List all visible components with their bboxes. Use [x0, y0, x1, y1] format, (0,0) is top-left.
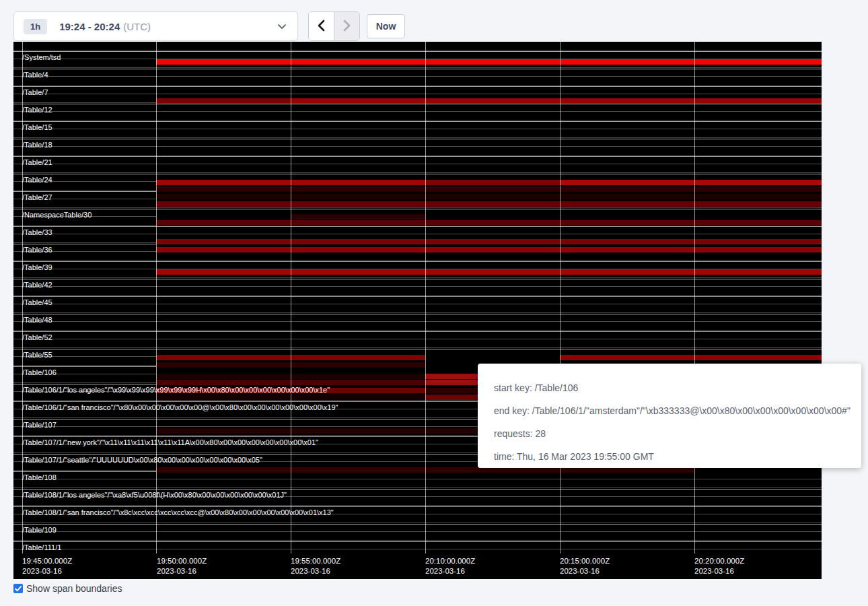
heat-band-segment[interactable] [291, 239, 425, 244]
heat-band-segment[interactable] [425, 59, 560, 65]
heatmap-row[interactable]: /Table/27 [13, 191, 822, 209]
heat-band-segment[interactable] [560, 194, 694, 199]
heat-band-segment[interactable] [694, 467, 822, 473]
heatmap-row[interactable]: /Table/48 [13, 314, 822, 331]
heat-band-segment[interactable] [560, 201, 694, 207]
heat-band-segment[interactable] [694, 355, 822, 360]
heat-band-segment[interactable] [425, 214, 560, 220]
heatmap-row[interactable]: /Table/24 [13, 174, 822, 191]
heat-band[interactable] [156, 247, 822, 252]
heat-band-segment[interactable] [291, 380, 425, 385]
heat-band-segment[interactable] [291, 355, 425, 360]
heat-band-segment[interactable] [156, 98, 291, 104]
heat-band-segment[interactable] [291, 220, 425, 226]
heat-band[interactable] [156, 355, 822, 360]
heat-band-segment[interactable] [560, 239, 694, 244]
heat-band-segment[interactable] [291, 362, 425, 368]
heat-band-segment[interactable] [560, 220, 694, 226]
heat-band-segment[interactable] [425, 180, 560, 185]
heat-band-segment[interactable] [291, 180, 425, 185]
heat-band-segment[interactable] [694, 98, 822, 104]
heat-band-segment[interactable] [291, 467, 425, 473]
heatmap-row[interactable]: /Table/108 [13, 471, 822, 489]
heat-band-segment[interactable] [694, 187, 822, 192]
heat-band-segment[interactable] [425, 201, 560, 207]
key-visualizer-canvas[interactable]: /System/tsd/Table/4/Table/7/Table/12/Tab… [13, 42, 822, 579]
heat-band-segment[interactable] [560, 59, 694, 65]
heat-band-segment[interactable] [425, 467, 560, 473]
heat-band-segment[interactable] [694, 247, 822, 252]
heat-band[interactable] [156, 59, 822, 65]
heat-band-segment[interactable] [694, 180, 822, 185]
heatmap-row[interactable]: /Table/4 [13, 69, 822, 86]
heat-band-segment[interactable] [694, 214, 822, 220]
heat-band-segment[interactable] [291, 247, 425, 252]
heat-band[interactable] [156, 239, 822, 244]
heat-band-segment[interactable] [291, 98, 425, 104]
heat-band[interactable] [156, 187, 822, 192]
heatmap-row[interactable]: /Table/36 [13, 244, 822, 261]
heat-band-segment[interactable] [425, 247, 560, 252]
heat-band-segment[interactable] [156, 214, 291, 220]
heat-band-segment[interactable] [291, 187, 425, 192]
heat-band-segment[interactable] [560, 187, 694, 192]
heat-band-segment[interactable] [694, 239, 822, 244]
heat-band-segment[interactable] [425, 269, 560, 275]
heatmap-row[interactable]: /Table/109 [13, 524, 822, 541]
heat-band-segment[interactable] [694, 220, 822, 226]
heat-band-segment[interactable] [156, 374, 291, 379]
heat-band-segment[interactable] [291, 194, 425, 199]
heat-band-segment[interactable] [156, 247, 291, 252]
heat-band-segment[interactable] [291, 374, 425, 379]
heatmap-row[interactable]: /Table/12 [13, 104, 822, 121]
heat-band-segment[interactable] [156, 239, 291, 244]
heat-band-segment[interactable] [560, 98, 694, 104]
heatmap-row[interactable]: /Table/15 [13, 121, 822, 139]
heat-band-segment[interactable] [560, 247, 694, 252]
heat-band-segment[interactable] [694, 59, 822, 65]
heatmap-row[interactable]: /Table/108/1/"los angeles"/"\xa8\xf5\u00… [13, 489, 822, 506]
heat-band-segment[interactable] [425, 239, 560, 244]
heat-band-segment[interactable] [156, 180, 291, 185]
heatmap-row[interactable]: /Table/108/1/"san francisco"/"\x8c\xcc\x… [13, 506, 822, 524]
heat-band-segment[interactable] [425, 187, 560, 192]
heat-band[interactable] [156, 180, 822, 185]
heat-band[interactable] [156, 194, 822, 199]
heat-band-segment[interactable] [156, 428, 291, 434]
heatmap-row[interactable]: /Table/45 [13, 296, 822, 314]
previous-interval-button[interactable] [309, 12, 334, 40]
heat-band[interactable] [156, 214, 822, 220]
heat-band-segment[interactable] [694, 269, 822, 275]
heat-band-segment[interactable] [291, 201, 425, 207]
heatmap-row[interactable]: /Table/111/1 [13, 541, 822, 551]
heat-band-segment[interactable] [156, 362, 291, 368]
heat-band-segment[interactable] [560, 269, 694, 275]
next-interval-button[interactable] [334, 12, 360, 40]
heat-band[interactable] [156, 220, 822, 226]
heat-band-segment[interactable] [156, 269, 291, 275]
heatmap-row[interactable]: /Table/52 [13, 331, 822, 349]
heat-band-segment[interactable] [156, 380, 291, 385]
heatmap-row[interactable]: /Table/42 [13, 279, 822, 296]
heat-band-segment[interactable] [291, 395, 425, 400]
heat-band-segment[interactable] [560, 214, 694, 220]
heat-band-segment[interactable] [156, 201, 291, 207]
heat-band-segment[interactable] [425, 194, 560, 199]
heat-band-segment[interactable] [560, 467, 694, 473]
heat-band-segment[interactable] [156, 355, 291, 360]
heat-band-segment[interactable] [156, 220, 291, 226]
show-span-boundaries-control[interactable]: Show span boundaries [13, 583, 122, 594]
heatmap-row[interactable]: /Table/33 [13, 226, 822, 244]
heatmap-row[interactable]: /Table/18 [13, 139, 822, 156]
heat-band[interactable] [156, 467, 822, 473]
heat-band-segment[interactable] [694, 201, 822, 207]
heat-band-segment[interactable] [425, 98, 560, 104]
heat-band-segment[interactable] [560, 180, 694, 185]
heat-band-segment[interactable] [156, 395, 291, 400]
heat-band-segment[interactable] [291, 269, 425, 275]
heat-band-segment[interactable] [156, 187, 291, 192]
heat-band-segment[interactable] [156, 59, 291, 65]
show-span-boundaries-checkbox[interactable] [13, 584, 23, 593]
now-button[interactable]: Now [367, 14, 405, 38]
heat-band-segment[interactable] [560, 355, 694, 360]
